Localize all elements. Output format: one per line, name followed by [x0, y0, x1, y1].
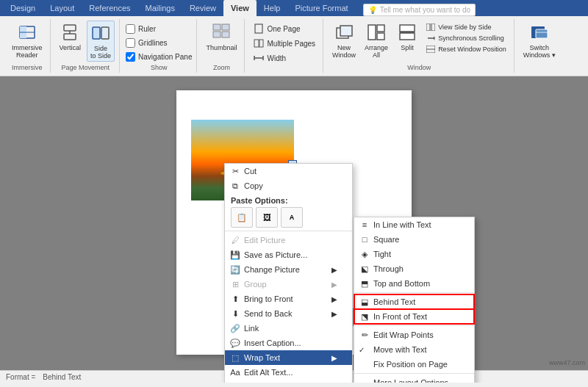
submenu-more-layout-label: More Layout Options... [373, 378, 455, 383]
svg-rect-3 [64, 25, 76, 31]
svg-rect-25 [400, 33, 415, 40]
vertical-button[interactable]: Vertical [57, 21, 85, 53]
submenu-through-label: Through [373, 264, 404, 273]
behind-text-label: Behind Text [43, 373, 81, 381]
change-picture-arrow: ▶ [331, 266, 337, 274]
new-window-button[interactable]: NewWindow [329, 21, 359, 60]
tab-design[interactable]: Design [3, 0, 43, 16]
submenu-more-layout[interactable]: More Layout Options... [354, 375, 474, 383]
submenu-top-bottom[interactable]: ⬒ Top and Bottom [354, 276, 474, 291]
menu-send-to-back[interactable]: ⬇ Send to Back ▶ [225, 306, 352, 321]
tellme-placeholder: Tell me what you want to do [380, 6, 470, 14]
paste-icon-2[interactable]: 🖼 [256, 207, 278, 228]
split-button[interactable]: Split [394, 21, 420, 53]
tab-help[interactable]: Help [257, 0, 288, 16]
submenu-move-with-label: Move with Text [373, 345, 427, 354]
menu-wrap-text[interactable]: ⬚ Wrap Text ▶ ≡ In Line with Text □ Squa… [225, 350, 352, 365]
page-movement-group-label: Page Movement [62, 64, 110, 71]
main-area: ⤢ Style Crop [0, 76, 588, 383]
submenu-tight[interactable]: ◈ Tight [354, 247, 474, 261]
send-back-icon: ⬇ [229, 308, 241, 319]
ribbon-body: ImmersiveReader Immersive Vertical Side [0, 16, 588, 76]
navigation-pane-checkbox[interactable]: Navigation Pane [126, 52, 192, 62]
submenu-in-front[interactable]: ⬔ In Front of Text [354, 309, 474, 324]
tab-view[interactable]: View [223, 0, 257, 16]
multiple-pages-button[interactable]: Multiple Pages [251, 37, 318, 50]
submenu-behind-text[interactable]: ⬓ Behind Text [354, 294, 474, 309]
separator-1 [225, 231, 352, 231]
view-side-by-side-button[interactable]: View Side by Side [423, 22, 509, 32]
thumbnail-icon [211, 22, 232, 43]
svg-rect-9 [222, 24, 229, 30]
new-window-icon [334, 22, 354, 43]
svg-rect-27 [431, 23, 435, 31]
submenu-move-with[interactable]: ✓ Move with Text [354, 342, 474, 357]
synchronous-scrolling-button[interactable]: Synchronous Scrolling [423, 33, 509, 43]
submenu-edit-wrap[interactable]: ✏ Edit Wrap Points [354, 328, 474, 342]
paste-icon-1[interactable]: 📋 [231, 207, 253, 228]
split-icon [397, 22, 417, 43]
menu-cut[interactable]: ✂ Cut [225, 164, 352, 178]
wrap-text-icon: ⬚ [229, 352, 241, 364]
submenu-fix-position[interactable]: Fix Position on Page [354, 357, 474, 372]
menu-size-position[interactable]: ↔ Size and Position... [225, 380, 352, 383]
side-to-side-label: Sideto Side [90, 45, 111, 59]
submenu-through[interactable]: ⬕ Through [354, 261, 474, 276]
svg-marker-29 [434, 36, 435, 40]
bring-front-arrow: ▶ [331, 295, 337, 303]
tab-review[interactable]: Review [182, 0, 223, 16]
tellme-search[interactable]: 💡 Tell me what you want to do [363, 4, 476, 16]
ribbon-tab-bar: Design Layout References Mailings Review… [0, 0, 588, 16]
zoom-group-label: Zoom [213, 64, 230, 71]
switch-windows-label: SwitchWindows ▾ [523, 44, 556, 59]
menu-change-picture[interactable]: 🔄 Change Picture ▶ [225, 262, 352, 277]
menu-copy[interactable]: ⧉ Copy [225, 178, 352, 193]
side-to-side-button[interactable]: Sideto Side [87, 21, 115, 62]
immersive-reader-icon [17, 22, 37, 43]
ruler-checkbox[interactable]: Ruler [126, 24, 156, 34]
arrange-all-button[interactable]: ArrangeAll [362, 21, 391, 60]
width-label: Width [267, 54, 286, 62]
svg-rect-4 [64, 34, 76, 40]
arrange-all-icon [366, 22, 387, 43]
gridlines-checkbox[interactable]: Gridlines [126, 38, 167, 48]
paste-icon-3[interactable]: A [281, 207, 303, 228]
lightbulb-icon: 💡 [368, 6, 377, 14]
tab-layout[interactable]: Layout [43, 0, 82, 16]
menu-copy-label: Copy [244, 181, 263, 190]
svg-rect-33 [536, 29, 548, 38]
menu-change-picture-label: Change Picture [244, 265, 300, 274]
view-side-by-side-label: View Side by Side [438, 23, 491, 31]
copy-icon: ⧉ [229, 180, 241, 192]
switch-windows-button[interactable]: SwitchWindows ▾ [520, 21, 559, 60]
menu-save-as-picture[interactable]: 💾 Save as Picture... [225, 247, 352, 262]
menu-link[interactable]: 🔗 Link [225, 321, 352, 336]
view-secondary-buttons: View Side by Side Synchronous Scrolling … [423, 21, 509, 65]
alt-text-icon: Aa [229, 366, 241, 378]
menu-bring-to-front[interactable]: ⬆ Bring to Front ▶ [225, 292, 352, 306]
svg-rect-12 [255, 24, 262, 33]
svg-rect-13 [254, 40, 259, 47]
menu-send-to-back-label: Send to Back [244, 309, 292, 318]
thumbnail-button[interactable]: Thumbnail [203, 21, 240, 53]
menu-insert-caption[interactable]: 💬 Insert Caption... [225, 336, 352, 350]
tab-references[interactable]: References [82, 0, 137, 16]
menu-group-label: Group [244, 280, 267, 289]
submenu-in-front-label: In Front of Text [373, 312, 427, 321]
menu-edit-alt-text[interactable]: Aa Edit Alt Text... [225, 365, 352, 380]
group-immersive: ImmersiveReader Immersive [4, 19, 51, 73]
immersive-reader-button[interactable]: ImmersiveReader [9, 21, 46, 60]
reset-window-position-button[interactable]: Reset Window Position [423, 44, 509, 54]
bring-front-icon: ⬆ [229, 293, 241, 305]
width-button[interactable]: Width [251, 51, 318, 65]
tab-picture-format[interactable]: Picture Format [287, 0, 355, 16]
submenu-square[interactable]: □ Square [354, 232, 474, 247]
wrap-text-submenu: ≡ In Line with Text □ Square ◈ Tight ⬕ T… [354, 217, 475, 383]
menu-edit-picture-label: Edit Picture [244, 236, 285, 245]
submenu-behind-label: Behind Text [373, 297, 415, 306]
tab-mailings[interactable]: Mailings [138, 0, 182, 16]
tight-icon: ◈ [359, 248, 370, 260]
group-arrow: ▶ [331, 281, 337, 289]
one-page-button[interactable]: One Page [251, 22, 318, 35]
submenu-inline[interactable]: ≡ In Line with Text [354, 217, 474, 232]
